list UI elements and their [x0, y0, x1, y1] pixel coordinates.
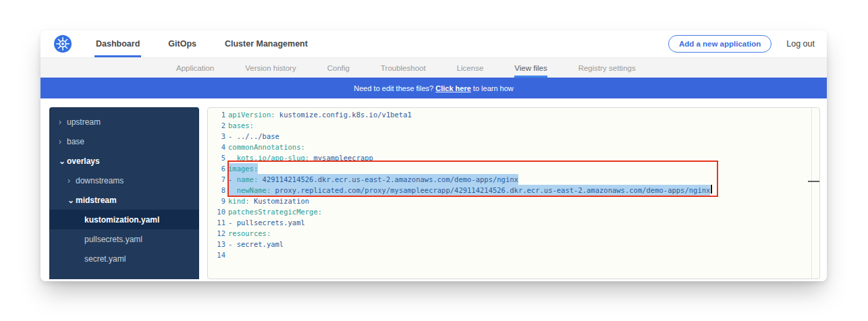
code-lines: 1apiVersion: kustomize.config.k8s.io/v1b…	[208, 108, 819, 260]
tab-registry-settings[interactable]: Registry settings	[578, 58, 636, 78]
kubernetes-logo-icon	[54, 35, 72, 53]
yaml-key: kots.io/app-slug:	[228, 154, 309, 162]
tree-item-label: pullsecrets.yaml	[84, 235, 142, 244]
banner-text-suffix: to learn how	[473, 84, 514, 92]
line-number: 6	[208, 163, 225, 174]
yaml-value: Kustomization	[250, 197, 310, 205]
tree-item-secret-yaml[interactable]: secret.yaml	[49, 249, 199, 268]
line-number: 2	[208, 120, 225, 131]
line-number: 14	[208, 250, 225, 260]
code-line: 14	[208, 250, 819, 260]
primary-nav: DashboardGitOpsCluster Management	[94, 30, 335, 57]
chevron-down-icon: ⌄	[59, 156, 67, 166]
line-number: 13	[208, 239, 225, 250]
cursor-position-marker	[808, 181, 819, 182]
nav-dashboard[interactable]: Dashboard	[94, 30, 141, 57]
yaml-value: -	[228, 175, 237, 183]
yaml-value: - ../../base	[228, 132, 279, 140]
yaml-value: mysampleecrapp	[309, 154, 373, 162]
code-line: 4commonAnnotations:	[208, 142, 819, 152]
yaml-key: commonAnnotations:	[228, 143, 305, 151]
tab-troubleshoot[interactable]: Troubleshoot	[381, 58, 426, 78]
app-tabs-bar: ApplicationVersion historyConfigTroubles…	[40, 57, 827, 78]
tab-config[interactable]: Config	[327, 58, 350, 78]
line-number: 3	[208, 131, 225, 142]
tree-item-downstreams[interactable]: ›downstreams	[49, 171, 199, 190]
tree-item-pullsecrets-yaml[interactable]: pullsecrets.yaml	[49, 229, 199, 249]
click-here-link[interactable]: Click here	[435, 84, 471, 92]
tree-item-kustomization-yaml[interactable]: kustomization.yaml	[49, 210, 199, 229]
logout-link[interactable]: Log out	[786, 39, 815, 49]
line-number: 10	[208, 206, 225, 217]
edit-files-banner: Need to edit these files? Click here to …	[40, 78, 827, 98]
yaml-key: bases:	[228, 121, 254, 129]
nav-cluster-management[interactable]: Cluster Management	[223, 30, 309, 57]
tree-item-upstream[interactable]: ›upstream	[49, 112, 199, 132]
yaml-value: kustomize.config.k8s.io/v1beta1	[275, 111, 412, 119]
code-text: kind: Kustomization	[228, 196, 309, 206]
line-number: 9	[208, 196, 225, 206]
code-line: 13- secret.yaml	[208, 239, 819, 250]
tree-item-label: overlays	[67, 156, 100, 166]
code-line: 5 kots.io/app-slug: mysampleecrapp	[208, 152, 819, 163]
code-line: 12resources:	[208, 228, 819, 239]
yaml-value	[228, 186, 237, 194]
code-text: resources:	[228, 228, 271, 239]
line-number: 4	[208, 142, 225, 152]
yaml-key: kind:	[228, 197, 250, 205]
yaml-key: patchesStrategicMerge:	[228, 208, 322, 216]
tree-item-label: midstream	[76, 196, 117, 205]
code-text: commonAnnotations:	[228, 142, 305, 152]
code-text: - ../../base	[228, 131, 279, 142]
tab-view-files[interactable]: View files	[514, 58, 547, 78]
code-text: apiVersion: kustomize.config.k8s.io/v1be…	[228, 109, 412, 120]
tab-version-history[interactable]: Version history	[245, 58, 296, 78]
line-number: 8	[208, 185, 225, 196]
nav-gitops[interactable]: GitOps	[167, 30, 198, 57]
tree-item-base[interactable]: ›base	[49, 132, 199, 151]
code-text: kots.io/app-slug: mysampleecrapp	[228, 152, 373, 163]
code-line: 6images:	[208, 163, 819, 174]
code-line: 8 newName: proxy.replicated.com/proxy/my…	[208, 185, 819, 196]
code-line: 1apiVersion: kustomize.config.k8s.io/v1b…	[208, 109, 819, 120]
yaml-key: resources:	[228, 229, 271, 237]
code-text-selected: images:	[228, 163, 258, 174]
tree-item-midstream[interactable]: ⌄midstream	[49, 190, 199, 210]
tree-item-label: downstreams	[76, 176, 124, 185]
yaml-value: proxy.replicated.com/proxy/mysampleecrap…	[271, 186, 710, 194]
yaml-key: name:	[237, 175, 259, 183]
line-number: 1	[208, 109, 225, 120]
tree-item-label: secret.yaml	[84, 254, 126, 264]
chevron-right-icon: ›	[67, 176, 76, 185]
add-application-button[interactable]: Add a new application	[668, 35, 771, 53]
line-number: 11	[208, 217, 225, 228]
admin-console-window: DashboardGitOpsCluster Management Add a …	[40, 30, 827, 281]
tree-item-label: base	[67, 137, 84, 146]
code-text: - secret.yaml	[228, 239, 283, 250]
code-line: 10patchesStrategicMerge:	[208, 206, 819, 217]
tree-item-overlays[interactable]: ⌄overlays	[49, 151, 199, 171]
chevron-right-icon: ›	[59, 117, 67, 127]
code-text-selected: - name: 429114214526.dkr.ecr.us-east-2.a…	[228, 174, 518, 185]
tab-license[interactable]: License	[457, 58, 484, 78]
yaml-key: images:	[228, 165, 258, 173]
code-text: patchesStrategicMerge:	[228, 206, 322, 217]
code-text-selected: newName: proxy.replicated.com/proxy/mysa…	[228, 185, 710, 196]
code-text: bases:	[228, 120, 254, 131]
tree-item-label: upstream	[67, 117, 101, 127]
yaml-value: 429114214526.dkr.ecr.us-east-2.amazonaws…	[258, 175, 518, 183]
code-line: 3- ../../base	[208, 131, 819, 142]
text-cursor	[711, 185, 712, 194]
code-text: - pullsecrets.yaml	[228, 217, 305, 228]
line-number: 7	[208, 174, 225, 185]
file-tree: ›upstream›base⌄overlays›downstreams⌄mids…	[49, 107, 199, 279]
editor-scrollbar[interactable]	[811, 108, 819, 279]
code-editor[interactable]: 1apiVersion: kustomize.config.k8s.io/v1b…	[207, 107, 820, 279]
tab-application[interactable]: Application	[176, 58, 214, 78]
view-files-content: ›upstream›base⌄overlays›downstreams⌄mids…	[40, 98, 827, 281]
code-line: 11- pullsecrets.yaml	[208, 217, 819, 228]
banner-text-prefix: Need to edit these files?	[354, 84, 433, 92]
chevron-right-icon: ›	[59, 137, 67, 146]
tree-item-label: kustomization.yaml	[84, 215, 159, 225]
line-number: 5	[208, 152, 225, 163]
